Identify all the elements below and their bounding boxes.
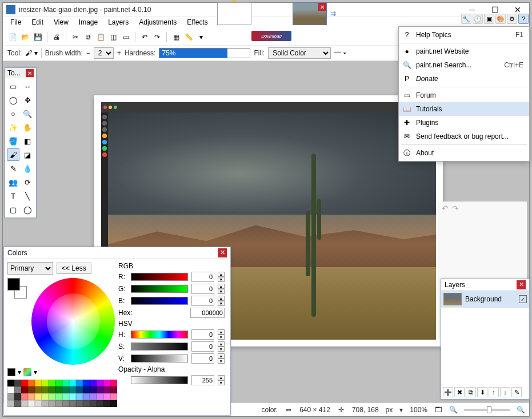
settings-icon[interactable]: ⚙ xyxy=(507,14,517,24)
palette-swatch[interactable] xyxy=(7,393,14,400)
add-color-icon[interactable] xyxy=(23,368,31,376)
palette-swatch[interactable] xyxy=(49,380,55,386)
palette-swatch[interactable] xyxy=(69,393,76,400)
duplicate-layer-icon[interactable]: ⧉ xyxy=(466,387,476,397)
r-input[interactable] xyxy=(191,272,214,282)
palette-swatch[interactable] xyxy=(14,400,21,407)
palette-swatch[interactable] xyxy=(55,400,62,407)
palette-swatch[interactable] xyxy=(62,393,69,400)
doc-close-icon[interactable]: ✕ xyxy=(318,3,326,11)
layer-visible-checkbox[interactable]: ✓ xyxy=(519,295,527,303)
s-slider[interactable] xyxy=(131,343,188,350)
palette-swatch[interactable] xyxy=(28,380,35,386)
hex-input[interactable] xyxy=(190,308,225,318)
colors-close-icon[interactable]: ✕ xyxy=(218,248,227,257)
v-input[interactable] xyxy=(191,353,214,364)
palette-swatch[interactable] xyxy=(62,380,69,386)
palette-swatch[interactable] xyxy=(69,386,76,393)
new-icon[interactable]: 📄 xyxy=(7,32,18,42)
undo-icon[interactable]: ↶ xyxy=(139,32,150,42)
palette-swatch[interactable] xyxy=(76,380,83,386)
palette-swatch[interactable] xyxy=(21,400,28,407)
text-tool[interactable]: T xyxy=(7,190,19,202)
g-slider[interactable] xyxy=(131,285,188,293)
palette-swatch[interactable] xyxy=(14,386,21,393)
menu-view[interactable]: View xyxy=(49,17,74,29)
pan-tool[interactable]: ✋ xyxy=(21,121,34,134)
palette-swatch[interactable] xyxy=(83,400,90,407)
palette-swatch[interactable] xyxy=(35,393,42,400)
status-unit[interactable]: px xyxy=(386,406,393,414)
lasso-tool[interactable]: ◯ xyxy=(7,94,19,106)
palette-swatch[interactable] xyxy=(42,380,49,386)
palette-swatch[interactable] xyxy=(83,393,90,400)
bucket-tool[interactable]: 🪣 xyxy=(7,135,19,147)
palette-swatch[interactable] xyxy=(76,393,83,400)
palette-swatch[interactable] xyxy=(110,380,117,386)
layer-row[interactable]: Background ✓ xyxy=(441,291,529,308)
zoom-tool[interactable]: 🔍 xyxy=(21,107,34,120)
palette-swatch[interactable] xyxy=(97,393,103,400)
palette-swatch[interactable] xyxy=(7,380,14,386)
h-input[interactable] xyxy=(191,329,214,340)
layers-close-icon[interactable]: ✕ xyxy=(517,280,526,289)
palette-swatch[interactable] xyxy=(55,393,62,400)
picker-tool[interactable]: 💧 xyxy=(21,162,34,175)
tool-icon[interactable]: 🖌 ▾ xyxy=(25,49,37,57)
recolor-tool[interactable]: ⟳ xyxy=(21,176,34,188)
palette-swatch[interactable] xyxy=(110,386,117,393)
colors-window-icon[interactable]: 🎨 xyxy=(495,14,506,24)
palette-swatch[interactable] xyxy=(35,380,42,386)
palette-swatch[interactable] xyxy=(49,386,55,393)
move-sel-tool[interactable]: ↔ xyxy=(21,80,34,92)
pencil-tool[interactable]: ✎ xyxy=(7,162,19,175)
a-input[interactable] xyxy=(191,375,214,385)
primary-select[interactable]: Primary xyxy=(7,262,53,275)
grid-icon[interactable]: ▦ xyxy=(171,32,181,42)
palette-dropdown[interactable]: ▾ xyxy=(18,368,21,376)
open-icon[interactable]: 📂 xyxy=(20,32,30,42)
tools-window-icon[interactable]: 🔧 xyxy=(461,14,471,24)
cut-icon[interactable]: ✂ xyxy=(70,32,81,42)
palette-swatch[interactable] xyxy=(55,380,62,386)
help-donate[interactable]: PDonate xyxy=(399,72,529,86)
palette-swatch[interactable] xyxy=(28,393,35,400)
wand-tool[interactable]: ✨ xyxy=(7,121,19,134)
swatch-black[interactable] xyxy=(7,368,15,376)
palette-swatch[interactable] xyxy=(103,380,110,386)
palette-swatch[interactable] xyxy=(35,386,42,393)
print-icon[interactable]: 🖨 xyxy=(51,32,62,42)
fill-select[interactable]: Solid Color xyxy=(268,47,331,59)
palette-swatch[interactable] xyxy=(103,400,110,407)
palette-swatch[interactable] xyxy=(55,386,62,393)
menu-effects[interactable]: Effects xyxy=(182,17,213,29)
menu-edit[interactable]: Edit xyxy=(26,17,49,29)
g-input[interactable] xyxy=(191,284,214,294)
palette-swatch[interactable] xyxy=(103,393,110,400)
save-icon[interactable]: 💾 xyxy=(33,32,43,42)
layer-down-icon[interactable]: ↓ xyxy=(500,387,510,397)
merge-layer-icon[interactable]: ⬇ xyxy=(477,387,487,397)
help-paint-net-website[interactable]: ●paint.net Website xyxy=(399,45,529,58)
history-redo-icon[interactable]: ↷ xyxy=(452,204,459,213)
paste-icon[interactable]: 📋 xyxy=(95,32,106,42)
h-slider[interactable] xyxy=(131,331,188,339)
antialias-icon[interactable]: 〰 ▾ xyxy=(334,49,346,57)
palette-swatch[interactable] xyxy=(21,380,28,386)
layer-props-icon[interactable]: ✎ xyxy=(511,387,522,397)
a-slider[interactable] xyxy=(131,376,188,384)
palette-swatch[interactable] xyxy=(83,386,90,393)
palette-swatch[interactable] xyxy=(69,380,76,386)
doc-list-toggle-icon[interactable]: ⇉ xyxy=(330,10,336,18)
hardness-slider[interactable]: 75% xyxy=(159,48,250,58)
palette-swatch[interactable] xyxy=(35,400,42,407)
r-slider[interactable] xyxy=(131,273,188,281)
help-paint-net-search-[interactable]: 🔍paint.net Search...Ctrl+E xyxy=(399,58,529,72)
less-button[interactable]: << Less xyxy=(57,263,91,274)
menu-image[interactable]: Image xyxy=(74,17,103,29)
palette-swatch[interactable] xyxy=(90,386,97,393)
palette-swatch[interactable] xyxy=(62,400,69,407)
palette-swatch[interactable] xyxy=(76,400,83,407)
rect-tool[interactable]: ▢ xyxy=(7,203,19,216)
tools-close-icon[interactable]: ✕ xyxy=(26,69,34,77)
